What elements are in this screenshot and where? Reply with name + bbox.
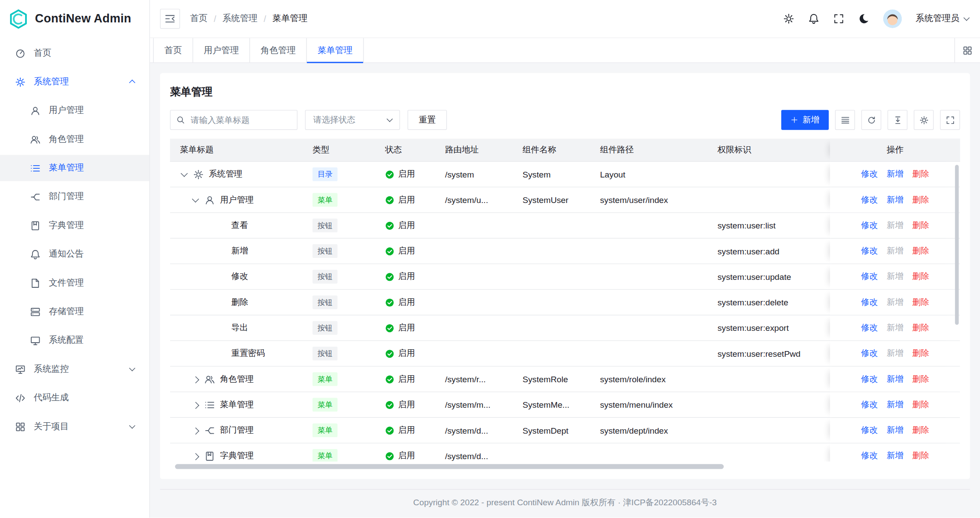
add-button[interactable]: 新增 (781, 110, 829, 130)
add-link[interactable]: 新增 (886, 373, 903, 385)
edit-link[interactable]: 修改 (861, 322, 878, 334)
permission-key: system:user:list (707, 213, 830, 238)
tab-menu-management[interactable]: 菜单管理 (307, 38, 364, 62)
sidebar-item-file-management[interactable]: 文件管理 (0, 270, 149, 296)
notification-bell-icon[interactable] (808, 13, 820, 25)
menu-fold-button[interactable] (160, 9, 180, 29)
sidebar-item-menu-management[interactable]: 菜单管理 (0, 155, 149, 181)
sidebar-item-notice[interactable]: 通知公告 (0, 241, 149, 268)
delete-link[interactable]: 删除 (912, 373, 929, 385)
sidebar-item-dept-management[interactable]: 部门管理 (0, 184, 149, 210)
topbar-actions: 系统管理员 (783, 9, 970, 28)
expand-toggle[interactable] (191, 401, 199, 409)
delete-link[interactable]: 删除 (912, 348, 929, 359)
sidebar-item-user-management[interactable]: 用户管理 (0, 98, 149, 124)
density-button[interactable] (835, 110, 855, 130)
status-select[interactable]: 请选择状态 (305, 110, 400, 130)
check-circle-icon (385, 221, 394, 230)
edit-link[interactable]: 修改 (861, 169, 878, 180)
vertical-scrollbar[interactable] (955, 165, 959, 325)
tab-user-management[interactable]: 用户管理 (193, 38, 250, 62)
table-fullscreen-button[interactable] (940, 110, 960, 130)
app-logo[interactable]: ContiNew Admin (0, 0, 149, 37)
chevron-down-icon (387, 117, 393, 123)
delete-link[interactable]: 删除 (912, 297, 929, 308)
sidebar-item-storage-management[interactable]: 存储管理 (0, 299, 149, 325)
status-select-value: 请选择状态 (313, 114, 387, 126)
column-header-title: 菜单标题 (170, 139, 302, 161)
tree-icon (30, 192, 40, 202)
add-link[interactable]: 新增 (886, 322, 903, 334)
edit-link[interactable]: 修改 (861, 425, 878, 436)
delete-link[interactable]: 删除 (912, 220, 929, 231)
add-link[interactable]: 新增 (886, 246, 903, 257)
edit-link[interactable]: 修改 (861, 399, 878, 410)
sidebar-item-system-monitor[interactable]: 系统监控 (0, 356, 149, 382)
settings-icon[interactable] (783, 13, 794, 25)
delete-link[interactable]: 删除 (912, 194, 929, 206)
expand-toggle[interactable] (191, 196, 199, 204)
expand-toggle[interactable] (191, 375, 199, 383)
tab-actions-button[interactable] (954, 38, 980, 62)
route-path (435, 213, 512, 238)
delete-link[interactable]: 删除 (912, 322, 929, 334)
add-link[interactable]: 新增 (886, 169, 903, 180)
delete-link[interactable]: 删除 (912, 425, 929, 436)
breadcrumb-separator: / (214, 14, 216, 24)
expand-toggle[interactable] (191, 426, 199, 434)
delete-link[interactable]: 删除 (912, 169, 929, 180)
edit-link[interactable]: 修改 (861, 348, 878, 359)
sidebar-item-system-management[interactable]: 系统管理 (0, 69, 149, 95)
fullscreen-icon[interactable] (833, 13, 845, 25)
breadcrumb-home[interactable]: 首页 (190, 13, 208, 25)
route-path: /system/d... (435, 418, 512, 443)
add-link[interactable]: 新增 (886, 271, 903, 283)
edit-link[interactable]: 修改 (861, 246, 878, 257)
add-link[interactable]: 新增 (886, 450, 903, 462)
sidebar-item-dict-management[interactable]: 字典管理 (0, 212, 149, 239)
menu-title: 用户管理 (220, 194, 254, 206)
user-avatar[interactable] (883, 9, 902, 28)
sidebar-item-home[interactable]: 首页 (0, 40, 149, 66)
delete-link[interactable]: 删除 (912, 399, 929, 410)
horizontal-scrollbar[interactable] (175, 464, 724, 469)
sidebar-item-system-config[interactable]: 系统配置 (0, 327, 149, 354)
edit-link[interactable]: 修改 (861, 373, 878, 385)
user-menu[interactable]: 系统管理员 (916, 13, 970, 25)
tab-home[interactable]: 首页 (153, 38, 193, 62)
search-input[interactable] (170, 110, 298, 130)
check-circle-icon (385, 400, 394, 409)
add-link[interactable]: 新增 (886, 399, 903, 410)
export-button[interactable] (888, 110, 907, 130)
add-link[interactable]: 新增 (886, 220, 903, 231)
expand-toggle[interactable] (191, 452, 199, 460)
sidebar-item-code-generation[interactable]: 代码生成 (0, 385, 149, 411)
edit-link[interactable]: 修改 (861, 450, 878, 462)
delete-link[interactable]: 删除 (912, 246, 929, 257)
sidebar-item-role-management[interactable]: 角色管理 (0, 126, 149, 152)
status-label: 启用 (398, 297, 415, 308)
sidebar-item-label: 系统监控 (34, 363, 69, 375)
component-name: SystemUser (513, 187, 590, 212)
dark-mode-moon-icon[interactable] (858, 13, 870, 25)
edit-link[interactable]: 修改 (861, 271, 878, 283)
add-link[interactable]: 新增 (886, 425, 903, 436)
permission-key (707, 187, 830, 212)
add-link[interactable]: 新增 (886, 297, 903, 308)
reset-button[interactable]: 重置 (408, 110, 447, 130)
edit-link[interactable]: 修改 (861, 297, 878, 308)
add-link[interactable]: 新增 (886, 348, 903, 359)
expand-toggle[interactable] (180, 170, 188, 178)
add-link[interactable]: 新增 (886, 194, 903, 206)
refresh-button[interactable] (861, 110, 881, 130)
type-tag: 按钮 (313, 270, 338, 283)
tab-role-management[interactable]: 角色管理 (250, 38, 307, 62)
edit-link[interactable]: 修改 (861, 194, 878, 206)
breadcrumb-system[interactable]: 系统管理 (222, 13, 258, 25)
sidebar-item-about-project[interactable]: 关于项目 (0, 413, 149, 440)
delete-link[interactable]: 删除 (912, 450, 929, 462)
column-settings-button[interactable] (914, 110, 933, 130)
status-label: 启用 (398, 220, 415, 231)
edit-link[interactable]: 修改 (861, 220, 878, 231)
delete-link[interactable]: 删除 (912, 271, 929, 283)
